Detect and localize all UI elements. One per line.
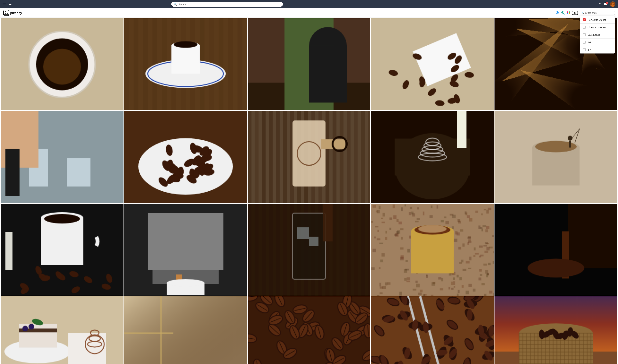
sort-date-range[interactable]: Date Range [580,31,615,39]
svg-rect-17 [567,13,568,14]
top-nav: ☁ 🔍 ? 💬 0 [0,0,618,8]
image-cell[interactable] [371,111,494,203]
image-cell[interactable] [1,111,123,203]
sort-search-icon: 🔍 [581,12,584,14]
sort-za-checkbox [583,48,586,51]
image-cell[interactable] [495,296,617,364]
sort-date-label: Date Range [588,33,600,36]
sort-newest-to-oldest[interactable]: Newest to Oldest [580,16,615,24]
sort-newest-label: Newest to Oldest [588,18,606,21]
sort-dropdown: Newest to Oldest Oldest to Newest Date R… [580,16,615,53]
nav-right-section: ? 💬 0 [599,1,616,7]
cloud-logo[interactable]: ☁ [8,2,12,6]
zoom-in-icon[interactable] [556,11,559,15]
sort-za-label: Z-A [588,48,591,51]
sort-newest-checkbox [583,18,586,21]
image-cell[interactable] [371,18,494,110]
zoom-out-icon[interactable] [561,11,565,15]
svg-point-2 [611,4,615,7]
pixabay-logo-icon [3,10,9,16]
user-avatar[interactable] [610,1,616,7]
grid-view-icon[interactable] [567,11,570,15]
sort-date-checkbox [583,33,586,36]
svg-rect-18 [569,13,570,14]
image-cell[interactable] [495,204,617,296]
main-search-input[interactable] [178,3,280,6]
main-search-bar: 🔍 [171,2,283,7]
svg-rect-15 [567,12,568,13]
main-search-icon: 🔍 [174,3,177,6]
image-cell[interactable] [1,204,123,296]
image-cell[interactable] [248,18,371,110]
px-button[interactable]: px [572,11,578,15]
sort-oldest-label: Oldest to Newest [588,26,606,29]
sub-header: pixabay [0,8,618,18]
sort-z-a[interactable]: Z-A [580,46,615,53]
image-cell[interactable] [248,111,371,203]
image-cell[interactable] [124,18,247,110]
sub-header-right: px 🔍 Newest to Oldest Oldest to Newest D… [556,11,615,15]
image-cell[interactable] [1,296,123,364]
image-cell[interactable] [371,296,494,364]
image-cell[interactable] [495,111,617,203]
notification-badge: 0 [606,1,608,4]
sort-oldest-to-newest[interactable]: Oldest to Newest [580,24,615,31]
pixabay-logo-text: pixabay [10,11,22,15]
sort-a-z[interactable]: A-Z [580,39,615,46]
image-cell[interactable] [124,204,247,296]
svg-rect-16 [569,12,570,13]
image-cell[interactable] [124,296,247,364]
help-icon[interactable]: ? [599,2,601,6]
pixabay-logo[interactable]: pixabay [3,10,22,16]
image-grid [0,18,618,364]
sort-az-label: A-Z [588,41,591,44]
image-cell[interactable] [1,18,123,110]
sort-search-container: 🔍 [580,11,615,15]
svg-point-5 [5,12,5,12]
svg-line-9 [558,13,559,14]
svg-line-13 [564,13,564,14]
sort-search-input[interactable] [585,12,613,14]
sort-az-checkbox [583,41,586,44]
svg-point-1 [612,3,614,5]
image-cell[interactable] [124,111,247,203]
hamburger-menu[interactable] [2,3,6,5]
image-cell[interactable] [248,296,371,364]
image-cell[interactable] [248,204,371,296]
sort-oldest-checkbox [583,26,586,29]
image-cell[interactable] [371,204,494,296]
notifications-icon[interactable]: 💬 0 [604,2,607,6]
